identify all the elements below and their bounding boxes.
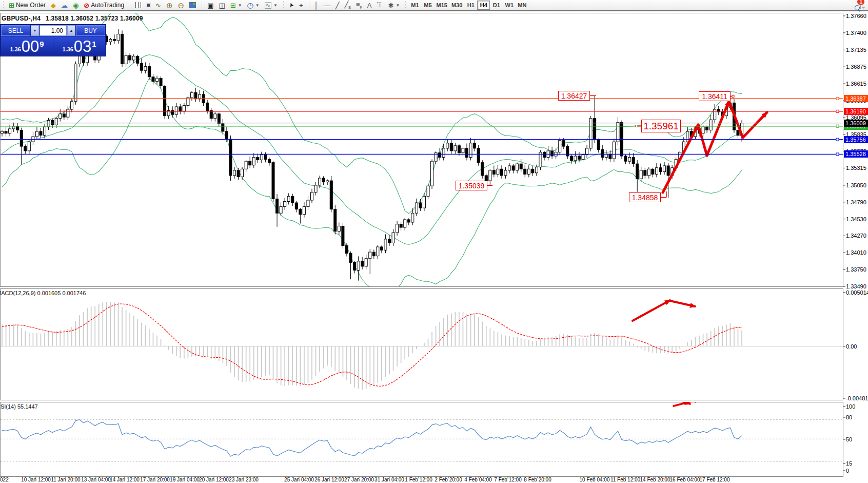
price-tick: 1.34010 — [846, 249, 866, 256]
timeframe-button-m1[interactable]: M1 — [408, 1, 421, 10]
volume-input[interactable]: 1.00 — [40, 25, 67, 36]
cursor-icon: ➤ — [287, 2, 295, 9]
volume-decrease-button[interactable]: ▼ — [31, 25, 39, 36]
gold-bar-icon: ◆ — [51, 2, 56, 9]
zoom-in-button[interactable]: ⊕ — [164, 0, 175, 10]
time-tick: 23 Jan 23:00 — [229, 477, 259, 482]
price-tick: 1.33490 — [846, 283, 866, 289]
mt4-terminal: ⊞ New Order ◆ ☁ ◉ ⊘ AutoTrading ∿ ⊕ ⊖ ▣ … — [0, 0, 868, 483]
time-tick: 17 Feb 12:00 — [700, 477, 730, 482]
fibonacci-button[interactable]: ≡F — [354, 0, 364, 10]
timeframe-button-w1[interactable]: W1 — [503, 1, 516, 10]
timeframe-button-d1[interactable]: D1 — [490, 1, 503, 10]
chevron-down-icon: ▼ — [396, 3, 400, 8]
fibonacci-icon: ≡F — [356, 1, 362, 9]
time-axis[interactable]: 7 Jan 202210 Jan 12:0011 Jan 20:0013 Jan… — [0, 477, 844, 483]
bar-chart-button[interactable] — [133, 0, 144, 10]
indicators-button[interactable]: ∿▼ — [263, 0, 280, 10]
horizontal-line-button[interactable]: — — [322, 0, 332, 10]
timeframe-button-m15[interactable]: M15 — [434, 1, 449, 10]
chevron-down-icon: ▼ — [273, 3, 278, 8]
text-label-button[interactable]: T — [375, 0, 385, 10]
annotation-price-label[interactable]: 1.36427 — [558, 91, 590, 101]
bid-big-digits: 00 — [22, 39, 39, 54]
bid-pip-digit: 9 — [40, 40, 44, 48]
channel-button[interactable]: ╱E — [342, 0, 353, 10]
time-tick: 11 Feb 12:00 — [610, 477, 640, 482]
toolbar-grip — [282, 1, 285, 9]
cloud-icon: ☁ — [61, 2, 68, 9]
cascade-windows-icon: ▣ — [207, 2, 213, 9]
trendline-icon: ╱ — [336, 2, 340, 9]
one-click-trading-widget: SELL ▼ 1.00 ▲ BUY 1.36 00 9 1.36 03 1 — [0, 24, 106, 56]
buy-button[interactable]: BUY — [76, 25, 105, 36]
new-chart-button[interactable]: ⊞▼ — [228, 0, 244, 10]
toolbar-grip — [201, 1, 204, 9]
time-tick: 20 Jan 12:00 — [199, 477, 229, 482]
new-chart-icon: ⊞ — [230, 2, 236, 9]
new-order-label: New Order — [16, 2, 46, 9]
time-tick: 17 Jan 20:00 — [140, 477, 170, 482]
profiles-button[interactable]: ◷▼ — [245, 0, 262, 10]
ask-big-digits: 03 — [74, 39, 91, 54]
text-button[interactable]: A — [365, 0, 374, 10]
timeframe-button-h1[interactable]: H1 — [464, 1, 477, 10]
price-tick: 1.34790 — [846, 199, 866, 205]
rsi-axis-tick: 15 — [846, 460, 852, 467]
trendline-button[interactable]: ╱ — [333, 0, 342, 10]
annotation-price-label[interactable]: 1.35961 — [641, 120, 681, 132]
price-axis[interactable]: 1.376601.374001.371351.368751.366151.363… — [844, 0, 868, 483]
annotation-price-label[interactable]: 1.34858 — [629, 192, 661, 202]
time-tick: 31 Jan 04:00 — [374, 477, 404, 482]
time-tick: 16 Feb 04:00 — [670, 477, 700, 482]
bar-chart-icon — [135, 2, 142, 8]
candlestick-chart-button[interactable] — [145, 0, 152, 10]
tile-windows-button[interactable] — [187, 0, 198, 10]
cursor-button[interactable]: ➤ — [287, 0, 296, 10]
symbol-period-label: GBPUSD-,H4 — [2, 15, 41, 22]
macd-axis-tick: 0.00 — [846, 343, 857, 350]
ask-prefix: 1.36 — [62, 46, 73, 52]
cascade-windows-button[interactable]: ▣ — [205, 0, 215, 10]
time-tick: 19 Jan 04:00 — [170, 477, 200, 482]
timeframe-button-mn[interactable]: MN — [516, 1, 528, 10]
zoom-out-button[interactable]: ⊖ — [176, 0, 187, 10]
vertical-line-button[interactable]: │ — [312, 0, 321, 10]
chat-button[interactable]: 1 — [860, 2, 861, 9]
new-order-button[interactable]: ⊞ New Order — [7, 0, 48, 10]
rsi-indicator-label: RSI(14) 55.1447 — [0, 403, 38, 410]
sell-button[interactable]: SELL — [1, 25, 30, 36]
arrange-windows-icon: ◫ — [219, 2, 225, 9]
price-tick: 1.37400 — [846, 30, 866, 36]
timeframe-button-h4[interactable]: H4 — [477, 1, 490, 10]
volume-increase-button[interactable]: ▲ — [67, 25, 75, 36]
toolbar-grip — [308, 1, 311, 9]
time-tick: 27 Jan 20:00 — [344, 477, 374, 482]
timeframe-button-m30[interactable]: M30 — [449, 1, 464, 10]
horizontal-line-icon: — — [324, 2, 330, 9]
chart-canvas[interactable] — [0, 0, 868, 483]
line-chart-button[interactable]: ∿ — [153, 0, 163, 10]
gold-button[interactable]: ◆ — [49, 0, 58, 10]
ohlc-readout: 1.35818 1.36052 1.35723 1.36009 — [46, 15, 143, 22]
crosshair-button[interactable]: + — [297, 0, 305, 10]
bid-prefix: 1.36 — [10, 46, 21, 52]
signals-button[interactable]: ◉ — [71, 0, 81, 10]
cloud-button[interactable]: ☁ — [59, 0, 70, 10]
time-tick: 7 Jan 2022 — [0, 477, 9, 482]
toolbar-grip — [2, 1, 5, 9]
indicator-chart-icon: ∿ — [265, 2, 271, 9]
bid-price[interactable]: 1.36 00 9 — [1, 36, 53, 55]
ask-price[interactable]: 1.36 03 1 — [53, 36, 105, 55]
price-line-label: 1.35756 — [844, 136, 868, 143]
time-tick: 14 Jan 12:00 — [110, 477, 140, 482]
rsi-axis-tick: 50 — [846, 436, 852, 442]
shapes-button[interactable]: ✱▼ — [386, 0, 402, 10]
price-tick: 1.34530 — [846, 216, 866, 222]
autotrading-button[interactable]: ⊘ AutoTrading — [82, 0, 126, 10]
annotation-price-label[interactable]: 1.35039 — [456, 181, 487, 190]
arrange-windows-button[interactable]: ◫ — [216, 0, 227, 10]
annotation-price-label[interactable]: 1.36411 — [699, 91, 731, 101]
timeframe-button-m5[interactable]: M5 — [421, 1, 434, 10]
timeframe-group: M1M5M15M30H1H4D1W1MN — [408, 1, 528, 10]
